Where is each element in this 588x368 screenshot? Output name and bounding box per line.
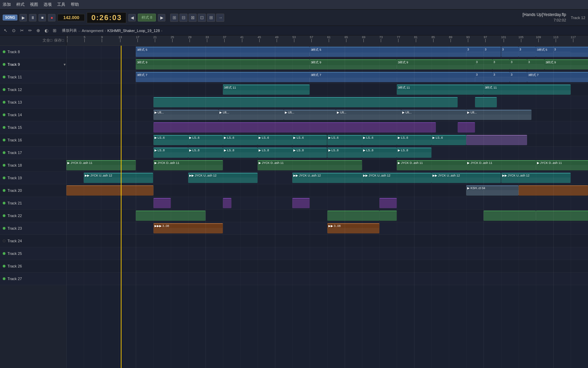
menu-style[interactable]: 样式 (16, 2, 24, 7)
piano-roll-icon[interactable]: ⊡ (198, 14, 206, 22)
block-8-21[interactable]: ▶ LS..8 (153, 148, 188, 158)
menu-view[interactable]: 视图 (30, 2, 38, 7)
track-content-18[interactable]: ▶ JYCK D..ash 11▶ JYCK D..ash 11▶ JYCK D… (66, 159, 588, 172)
track-label-24[interactable]: Track 24 (0, 235, 66, 247)
next-pattern-button[interactable]: ▶ (158, 14, 165, 21)
track-dot-15[interactable] (3, 126, 5, 129)
block-5-51[interactable]: ▶ Ult... (284, 110, 336, 120)
track-label-19[interactable]: Track 19 (0, 172, 66, 184)
block-4-21[interactable] (153, 97, 458, 107)
breadcrumb-part3[interactable]: KSHMR_Shaker_Loop_19_128 (107, 29, 160, 33)
track-dot-18[interactable] (3, 164, 5, 167)
block-9-77[interactable]: ▶ JYCK D..ash 11 (397, 160, 466, 170)
track-dot-25[interactable] (3, 252, 5, 255)
track-label-9[interactable]: Track 9▼ (0, 58, 66, 71)
block-0-17[interactable]: 3样式 5 (136, 47, 310, 57)
block-2-99[interactable]: 3 (492, 72, 510, 82)
block-11-93[interactable]: ▶ KSH..ct 04 (466, 185, 518, 196)
block-1-77[interactable]: 3样式 9 (397, 59, 484, 70)
play-button[interactable]: ▶ (19, 14, 27, 21)
block-3-97[interactable]: 3样式 11 (484, 85, 571, 95)
block-7-37[interactable]: ▶ LS..6 (223, 135, 258, 145)
breadcrumb-part2[interactable]: Arrangement (82, 29, 103, 33)
menu-help[interactable]: 帮助 (71, 2, 79, 7)
track-content-13[interactable] (66, 96, 588, 109)
block-0-113[interactable]: 3 (553, 47, 571, 57)
track-content-17[interactable]: ▶ LS..8▶ LS..8▶ LS..8▶ LS..8▶ LS..8▶ LS.… (66, 147, 588, 159)
track-content-24[interactable] (66, 235, 588, 247)
block-8-37[interactable]: ▶ LS..8 (223, 148, 258, 158)
track-label-12[interactable]: Track 12 (0, 83, 66, 96)
block-1-57[interactable]: 3样式 9 (310, 59, 397, 70)
track-content-25[interactable] (66, 247, 588, 260)
block-0-105[interactable]: 3 (519, 47, 536, 57)
block-12-73[interactable] (379, 198, 397, 208)
track-label-23[interactable]: Track 23 (0, 222, 66, 235)
track-dot-17[interactable] (3, 151, 5, 154)
block-6-21[interactable] (153, 122, 436, 133)
block-2-95[interactable]: 3 (475, 72, 492, 82)
mixer-icon[interactable]: ⊞ (170, 14, 178, 22)
block-13-61[interactable] (327, 211, 379, 221)
block-1-111[interactable]: 3样式 9 (544, 59, 588, 70)
block-1-107[interactable]: 3 (527, 59, 544, 70)
track-content-8[interactable]: 3样式 53样式 53333样式 5333 (66, 46, 588, 58)
track-content-27[interactable] (66, 273, 588, 285)
block-7-69[interactable]: ▶ LS..6 (362, 135, 397, 145)
track-dot-13[interactable] (3, 101, 5, 104)
block-8-61[interactable]: ▶ LS..8 (327, 148, 362, 158)
record-button[interactable]: ● (48, 14, 55, 21)
track-content-26[interactable] (66, 260, 588, 273)
track-dot-26[interactable] (3, 265, 5, 267)
track-content-15[interactable] (66, 121, 588, 134)
track-content-area[interactable]: 3样式 53样式 53333样式 53333样式 93样式 93样式 93333… (66, 46, 588, 368)
block-1-17[interactable]: 3样式 9 (136, 59, 310, 70)
block-4-95[interactable] (475, 97, 497, 107)
stop-button[interactable]: ■ (38, 14, 46, 21)
track-label-18[interactable]: Track 18 (0, 159, 66, 172)
block-12-53[interactable] (292, 198, 310, 208)
song-mode-button[interactable]: SONG (3, 15, 17, 20)
track-content-16[interactable]: ▶ LS..6▶ LS..6▶ LS..6▶ LS..6▶ LS..6▶ LS.… (66, 134, 588, 147)
pattern-display[interactable]: 样式 8 (138, 14, 156, 21)
cut-tool[interactable]: ✂ (18, 27, 25, 34)
block-7-21[interactable]: ▶ LS..6 (153, 135, 188, 145)
block-11-1[interactable] (66, 185, 153, 196)
draw-tool[interactable]: ✏ (27, 27, 33, 34)
block-2-57[interactable]: 3样式 7 (310, 72, 397, 82)
track-content-19[interactable]: ▶▶ JYCK U..ash 12▶▶ JYCK U..ash 12▶▶ JYC… (66, 172, 588, 184)
step-seq-icon[interactable]: ⊞ (207, 14, 215, 22)
snap-toggle[interactable]: ⊞ (51, 27, 58, 34)
track-dot-14[interactable] (3, 113, 5, 116)
block-1-99[interactable]: 3 (492, 59, 510, 70)
block-13-97[interactable] (484, 211, 536, 221)
track-label-26[interactable]: Track 26 (0, 260, 66, 273)
track-dot-8[interactable] (3, 50, 5, 53)
block-10-85[interactable]: ▶▶ JYCK U..ash 12 (431, 173, 501, 183)
browser-icon[interactable]: ⊠ (189, 14, 197, 22)
magnet-tool[interactable]: ⊙ (10, 27, 17, 34)
prev-pattern-button[interactable]: ◀ (128, 14, 136, 21)
block-0-57[interactable]: 3样式 5 (310, 47, 484, 57)
breadcrumb-part1[interactable]: 播放列表 (62, 28, 77, 33)
track-content-21[interactable] (66, 197, 588, 210)
track-content-22[interactable] (66, 210, 588, 222)
track-dot-27[interactable] (3, 277, 5, 280)
block-5-36[interactable]: ▶ Ult... (218, 110, 284, 120)
track-label-25[interactable]: Track 25 (0, 247, 66, 260)
track-dot-22[interactable] (3, 214, 5, 217)
tempo-display[interactable]: 142.000 (58, 14, 85, 21)
arrange-icon[interactable]: → (216, 14, 224, 22)
ruler-icon-2[interactable]: 保存□ (54, 38, 64, 43)
block-7-29[interactable]: ▶ LS..6 (188, 135, 223, 145)
menu-tools[interactable]: 工具 (57, 2, 65, 7)
track-label-20[interactable]: Track 20 (0, 184, 66, 197)
track-dot-16[interactable] (3, 139, 5, 141)
block-7-77[interactable]: ▶ LS..6 (397, 135, 431, 145)
block-10-29[interactable]: ▶▶ JYCK U..ash 12 (188, 173, 258, 183)
block-3-37[interactable]: 3样式 11 (223, 85, 310, 95)
block-10-53[interactable]: ▶▶ JYCK U..ash 12 (292, 173, 362, 183)
track-dot-9[interactable] (3, 63, 5, 66)
mute-tool[interactable]: ◐ (43, 27, 50, 34)
block-1-95[interactable]: 3 (475, 59, 492, 70)
